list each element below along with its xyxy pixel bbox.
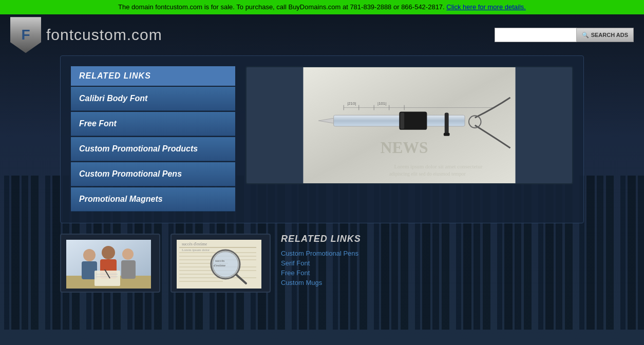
svg-rect-15 xyxy=(400,113,404,129)
svg-point-25 xyxy=(102,246,115,259)
banner-text: The domain fontcustom.com is for sale. T… xyxy=(118,3,445,11)
right-link-custom-mugs[interactable]: Custom Mugs xyxy=(281,279,584,286)
svg-point-23 xyxy=(83,249,96,261)
main-content: RELATED LINKS Calibri Body Font Free Fon… xyxy=(50,55,594,293)
right-link-serif-font[interactable]: Serif Font xyxy=(281,259,584,267)
thumbnail-people xyxy=(60,234,160,293)
logo-letter: F xyxy=(21,27,30,43)
svg-rect-17 xyxy=(444,133,450,136)
site-name: fontcustom.com xyxy=(46,26,162,44)
right-link-promo-pens[interactable]: Custom Promotional Pens xyxy=(281,250,584,257)
link-item-promo-products[interactable]: Custom Promotional Products xyxy=(71,137,235,161)
thumbnail-newspaper: succès d'estime Lorem ipsum dolor succès… xyxy=(171,234,271,293)
logo-shield: F xyxy=(10,17,41,53)
svg-text:d'estime: d'estime xyxy=(214,263,225,267)
svg-rect-16 xyxy=(445,113,449,136)
right-links: RELATED LINKS Custom Promotional Pens Se… xyxy=(281,234,584,289)
svg-text:|210|: |210| xyxy=(347,101,356,106)
link-item-promo-magnets[interactable]: Promotional Magnets xyxy=(71,187,235,212)
svg-text:Lorem ipsum dolor: Lorem ipsum dolor xyxy=(182,248,210,252)
svg-text:|101|: |101| xyxy=(377,101,386,106)
links-header: RELATED LINKS xyxy=(71,66,235,86)
svg-rect-29 xyxy=(94,271,120,286)
link-item-free-font[interactable]: Free Font xyxy=(71,112,235,136)
links-panel: RELATED LINKS Calibri Body Font Free Fon… xyxy=(71,66,235,213)
main-image-panel: NEWS Lorem ipsum dolor sit amet consecte… xyxy=(245,66,573,184)
newspaper-image: succès d'estime Lorem ipsum dolor succès… xyxy=(177,240,261,289)
thumb-inner-newspaper: succès d'estime Lorem ipsum dolor succès… xyxy=(177,240,261,289)
svg-text:adipiscing elit sed do eiusmod: adipiscing elit sed do eiusmod tempor xyxy=(389,171,466,177)
svg-text:NEWS: NEWS xyxy=(381,139,428,157)
bottom-section: succès d'estime Lorem ipsum dolor succès… xyxy=(60,234,584,293)
svg-text:succès d'estime: succès d'estime xyxy=(182,242,207,246)
people-image xyxy=(66,240,151,289)
thumb-inner-people xyxy=(66,240,151,289)
svg-text:succès: succès xyxy=(215,259,225,263)
svg-point-27 xyxy=(122,248,134,260)
search-bar: SEARCH ADS xyxy=(495,28,634,42)
banner-link[interactable]: Click here for more details. xyxy=(446,3,526,11)
link-item-promo-pens[interactable]: Custom Promotional Pens xyxy=(71,162,235,186)
header: F fontcustom.com SEARCH ADS xyxy=(0,14,644,55)
link-item-calibri[interactable]: Calibri Body Font xyxy=(71,87,235,111)
svg-text:Lorem ipsum dolor sit amet con: Lorem ipsum dolor sit amet consectetur xyxy=(394,163,483,169)
top-banner: The domain fontcustom.com is for sale. T… xyxy=(0,0,644,14)
pen-image: NEWS Lorem ipsum dolor sit amet consecte… xyxy=(247,67,572,183)
search-input[interactable] xyxy=(495,28,577,42)
content-panel: RELATED LINKS Calibri Body Font Free Fon… xyxy=(60,55,584,223)
svg-rect-28 xyxy=(121,260,136,279)
search-button[interactable]: SEARCH ADS xyxy=(577,28,634,42)
right-links-header: RELATED LINKS xyxy=(281,234,584,244)
right-link-free-font[interactable]: Free Font xyxy=(281,269,584,277)
